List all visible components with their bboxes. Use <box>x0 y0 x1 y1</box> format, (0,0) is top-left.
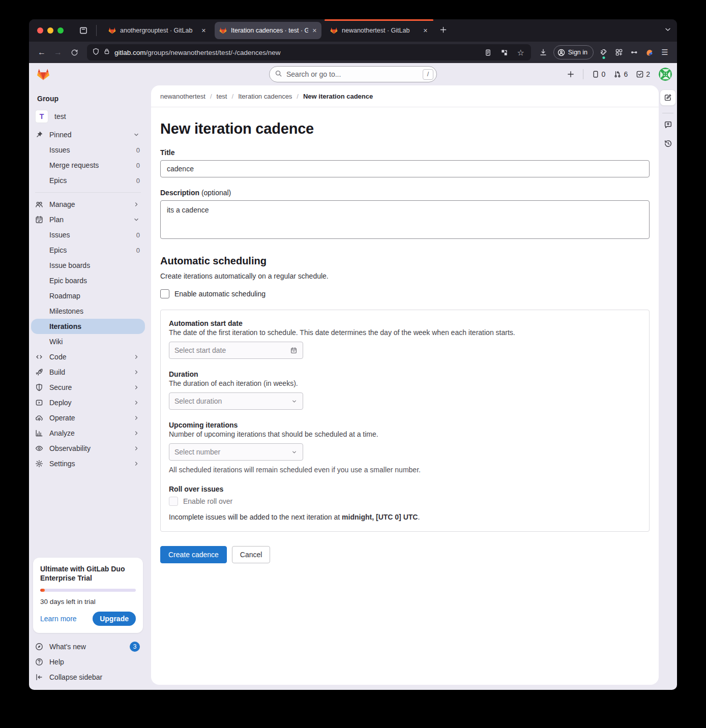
tab-close-icon[interactable] <box>201 28 206 34</box>
minimize-window-button[interactable] <box>47 27 53 34</box>
url-bar[interactable]: gitlab.com/groups/newanothertest/test/-/… <box>87 44 531 60</box>
edit-pencil-button[interactable] <box>660 89 676 106</box>
sign-in-button[interactable]: Sign in <box>553 45 594 59</box>
sidebar-item-observability[interactable]: Observability <box>29 441 147 456</box>
todos-counter[interactable]: 2 <box>633 68 653 80</box>
node-link-extension-icon[interactable] <box>627 45 641 59</box>
sidebar-item-milestones[interactable]: Milestones <box>29 304 147 319</box>
tab-strip-divider <box>96 25 97 36</box>
zoom-window-button[interactable] <box>57 27 64 34</box>
sidebar-item-settings[interactable]: Settings <box>29 456 147 471</box>
browser-toolbar: gitlab.com/groups/newanothertest/test/-/… <box>29 42 677 63</box>
fox-extension-icon[interactable] <box>642 45 657 59</box>
breadcrumb-item[interactable]: Iteration cadences <box>238 93 292 100</box>
upcoming-iterations-select[interactable]: Select number <box>169 443 303 461</box>
sidebar-item-pinned-issues[interactable]: Issues 0 <box>29 142 147 158</box>
sidebar-item-deploy[interactable]: Deploy <box>29 395 147 410</box>
tab-close-icon[interactable] <box>312 28 317 34</box>
search-shortcut-key: / <box>423 69 433 80</box>
automatic-scheduling-desc: Create iterations automatically on a reg… <box>160 272 650 280</box>
lock-icon[interactable] <box>103 48 110 57</box>
sidebar-item-pinned[interactable]: Pinned <box>29 127 147 142</box>
issues-counter[interactable]: 0 <box>589 68 608 80</box>
sidebar-item-pinned-merge-requests[interactable]: Merge requests 0 <box>29 158 147 173</box>
sidebar-group-test[interactable]: T test <box>29 108 147 125</box>
calendar-icon <box>35 216 43 224</box>
sidebar-item-secure[interactable]: Secure <box>29 380 147 395</box>
tab-iteration-cadences[interactable]: Iteration cadences · test · GitLab <box>215 22 321 39</box>
sidebar-item-analyze[interactable]: Analyze <box>29 426 147 441</box>
gitlab-favicon <box>108 27 116 34</box>
search-input[interactable]: Search or go to... / <box>269 66 437 82</box>
reload-button[interactable] <box>67 45 82 60</box>
tab-close-icon[interactable] <box>423 28 428 34</box>
downloads-icon[interactable] <box>536 45 550 59</box>
start-date-input[interactable]: Select start date <box>169 342 303 359</box>
duration-select[interactable]: Select duration <box>169 392 303 410</box>
title-input[interactable] <box>160 160 650 177</box>
sidebar-item-build[interactable]: Build <box>29 365 147 380</box>
breadcrumb-current: New iteration cadence <box>303 93 373 100</box>
reader-mode-icon[interactable] <box>481 45 495 59</box>
collapse-sidebar-item[interactable]: Collapse sidebar <box>29 670 147 685</box>
count-badge: 0 <box>136 162 140 169</box>
history-icon[interactable] <box>664 139 672 148</box>
menu-hamburger-icon[interactable] <box>658 45 672 59</box>
sidebar-item-operate[interactable]: Operate <box>29 410 147 426</box>
tracking-protection-shield-icon[interactable] <box>92 48 100 57</box>
merge-request-icon <box>613 70 622 78</box>
tab-newanothertest[interactable]: newanothertest · GitLab <box>326 22 432 39</box>
sidebar-item-code[interactable]: Code <box>29 349 147 365</box>
group-name: test <box>54 112 66 120</box>
right-rail <box>659 85 677 690</box>
count-badge: 0 <box>136 247 140 254</box>
description-textarea[interactable]: its a cadence <box>160 200 650 239</box>
whats-new-item[interactable]: What's new 3 <box>29 639 147 654</box>
new-tab-button[interactable] <box>439 25 447 36</box>
close-window-button[interactable] <box>37 27 43 34</box>
sign-in-label: Sign in <box>568 49 587 56</box>
learn-more-link[interactable]: Learn more <box>40 615 77 623</box>
create-new-plus-icon[interactable] <box>564 68 577 80</box>
help-item[interactable]: Help <box>29 654 147 670</box>
upgrade-button[interactable]: Upgrade <box>93 612 136 626</box>
bookmark-star-icon[interactable] <box>514 45 528 59</box>
enable-roll-over-label: Enable roll over <box>183 497 232 505</box>
browser-window: anothergrouptest · GitLab Iteration cade… <box>29 19 677 690</box>
header-divider <box>583 69 583 79</box>
cancel-button[interactable]: Cancel <box>232 546 271 563</box>
sidebar-item-roadmap[interactable]: Roadmap <box>29 288 147 304</box>
sidebar-item-iterations[interactable]: Iterations <box>31 319 145 334</box>
grid-extension-icon[interactable] <box>612 45 626 59</box>
enable-roll-over-checkbox[interactable] <box>169 497 178 506</box>
screenshot-icon[interactable] <box>497 45 512 59</box>
sidebar-item-plan[interactable]: Plan <box>29 212 147 227</box>
sidebar-item-manage[interactable]: Manage <box>29 197 147 212</box>
enable-automatic-scheduling-checkbox[interactable] <box>160 289 169 298</box>
gitlab-logo[interactable] <box>37 68 50 80</box>
sidebar-item-epic-boards[interactable]: Epic boards <box>29 273 147 288</box>
back-button[interactable] <box>34 45 49 60</box>
user-avatar[interactable] <box>659 68 672 81</box>
merge-requests-counter[interactable]: 6 <box>611 68 630 80</box>
sidebar-item-issue-boards[interactable]: Issue boards <box>29 258 147 273</box>
comment-add-icon[interactable] <box>664 120 672 129</box>
list-all-tabs-icon[interactable] <box>664 25 672 36</box>
forward-button[interactable] <box>50 45 66 60</box>
sidebar-item-plan-issues[interactable]: Issues 0 <box>29 227 147 242</box>
create-cadence-button[interactable]: Create cadence <box>160 546 227 563</box>
sidebar-item-wiki[interactable]: Wiki <box>29 334 147 349</box>
question-icon <box>35 658 43 666</box>
sidebar-item-plan-epics[interactable]: Epics 0 <box>29 242 147 258</box>
count-badge: 0 <box>136 146 140 154</box>
gitlab-topbar: Search or go to... / 0 6 2 <box>29 63 677 85</box>
trial-card: Ultimate with GitLab Duo Enterprise Tria… <box>33 558 143 633</box>
firefox-view-icon[interactable] <box>79 26 88 35</box>
description-label: Description (optional) <box>160 189 650 197</box>
extensions-puzzle-icon[interactable] <box>597 45 611 59</box>
tab-anothergrouptest[interactable]: anothergrouptest · GitLab <box>104 22 211 39</box>
sidebar-item-pinned-epics[interactable]: Epics 0 <box>29 173 147 188</box>
breadcrumb-item[interactable]: test <box>217 93 227 100</box>
breadcrumb-item[interactable]: newanothertest <box>160 93 205 100</box>
tab-strip: anothergrouptest · GitLab Iteration cade… <box>29 19 677 42</box>
